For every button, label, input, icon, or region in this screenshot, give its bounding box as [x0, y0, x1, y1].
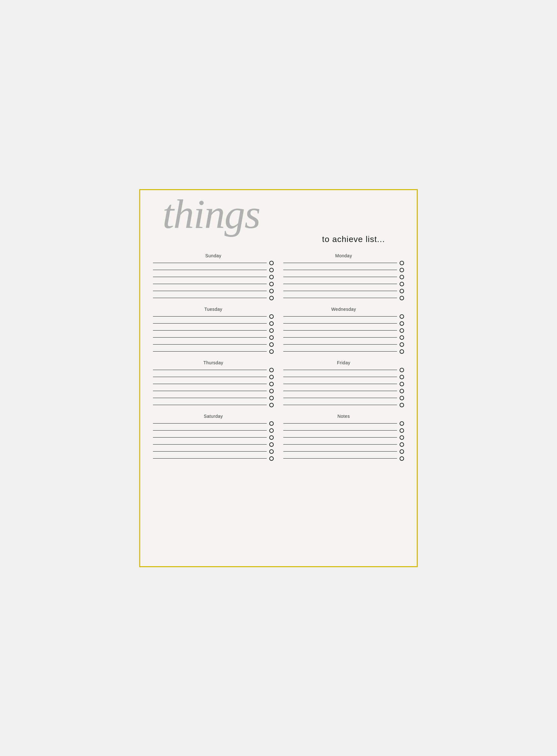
- task-circle[interactable]: [400, 275, 404, 279]
- task-circle[interactable]: [269, 396, 274, 400]
- task-circle[interactable]: [269, 328, 274, 333]
- task-circle[interactable]: [269, 289, 274, 293]
- task-circle[interactable]: [400, 282, 404, 286]
- task-row[interactable]: [153, 442, 274, 447]
- task-circle[interactable]: [269, 428, 274, 433]
- task-row[interactable]: [153, 282, 274, 286]
- task-row[interactable]: [153, 368, 274, 372]
- task-circle[interactable]: [269, 342, 274, 347]
- task-row[interactable]: [153, 335, 274, 340]
- task-row[interactable]: [283, 261, 404, 265]
- task-row[interactable]: [283, 335, 404, 340]
- task-row[interactable]: [283, 296, 404, 300]
- day-label-friday: Friday: [283, 360, 404, 365]
- task-row[interactable]: [153, 268, 274, 272]
- task-circle[interactable]: [269, 275, 274, 279]
- task-circle[interactable]: [400, 342, 404, 347]
- task-circle[interactable]: [269, 296, 274, 300]
- task-row[interactable]: [153, 321, 274, 326]
- task-circle[interactable]: [400, 428, 404, 433]
- task-circle[interactable]: [269, 321, 274, 326]
- task-circle[interactable]: [400, 449, 404, 454]
- task-row[interactable]: [283, 403, 404, 407]
- task-row[interactable]: [153, 349, 274, 354]
- task-row[interactable]: [153, 456, 274, 461]
- task-row[interactable]: [153, 328, 274, 333]
- task-circle[interactable]: [400, 403, 404, 407]
- task-circle[interactable]: [400, 375, 404, 379]
- task-circle[interactable]: [269, 382, 274, 386]
- task-row[interactable]: [283, 268, 404, 272]
- task-row[interactable]: [153, 296, 274, 300]
- task-row[interactable]: [153, 314, 274, 319]
- task-row[interactable]: [153, 289, 274, 293]
- task-circle[interactable]: [400, 456, 404, 461]
- task-circle[interactable]: [400, 442, 404, 447]
- task-row[interactable]: [283, 289, 404, 293]
- task-row[interactable]: [283, 442, 404, 447]
- task-row[interactable]: [283, 275, 404, 279]
- task-row[interactable]: [283, 456, 404, 461]
- task-circle[interactable]: [269, 261, 274, 265]
- task-circle[interactable]: [400, 268, 404, 272]
- task-row[interactable]: [283, 368, 404, 372]
- day-section-tuesday: Tuesday: [153, 307, 274, 356]
- task-row[interactable]: [153, 375, 274, 379]
- task-circle[interactable]: [269, 435, 274, 440]
- task-line: [153, 391, 267, 391]
- task-circle[interactable]: [269, 403, 274, 407]
- task-circle[interactable]: [269, 368, 274, 372]
- task-circle[interactable]: [269, 449, 274, 454]
- task-line: [153, 458, 267, 459]
- task-row[interactable]: [283, 382, 404, 386]
- task-row[interactable]: [283, 328, 404, 333]
- task-circle[interactable]: [400, 368, 404, 372]
- task-row[interactable]: [153, 428, 274, 433]
- task-row[interactable]: [283, 375, 404, 379]
- task-circle[interactable]: [269, 349, 274, 354]
- task-circle[interactable]: [400, 321, 404, 326]
- task-row[interactable]: [283, 389, 404, 393]
- task-circle[interactable]: [400, 389, 404, 393]
- task-row[interactable]: [283, 282, 404, 286]
- task-circle[interactable]: [269, 375, 274, 379]
- task-circle[interactable]: [269, 282, 274, 286]
- task-circle[interactable]: [400, 396, 404, 400]
- task-circle[interactable]: [400, 328, 404, 333]
- task-circle[interactable]: [400, 435, 404, 440]
- task-row[interactable]: [153, 389, 274, 393]
- task-circle[interactable]: [269, 421, 274, 426]
- task-circle[interactable]: [400, 296, 404, 300]
- task-row[interactable]: [283, 421, 404, 426]
- task-row[interactable]: [153, 421, 274, 426]
- task-circle[interactable]: [269, 389, 274, 393]
- task-circle[interactable]: [400, 349, 404, 354]
- task-row[interactable]: [283, 396, 404, 400]
- task-row[interactable]: [283, 321, 404, 326]
- task-circle[interactable]: [269, 442, 274, 447]
- task-circle[interactable]: [400, 261, 404, 265]
- task-row[interactable]: [153, 435, 274, 440]
- task-row[interactable]: [283, 314, 404, 319]
- task-circle[interactable]: [400, 289, 404, 293]
- task-circle[interactable]: [269, 268, 274, 272]
- task-row[interactable]: [153, 396, 274, 400]
- task-row[interactable]: [153, 342, 274, 347]
- task-row[interactable]: [153, 275, 274, 279]
- task-circle[interactable]: [400, 382, 404, 386]
- task-row[interactable]: [153, 382, 274, 386]
- task-row[interactable]: [153, 403, 274, 407]
- task-row[interactable]: [283, 428, 404, 433]
- task-row[interactable]: [283, 449, 404, 454]
- task-row[interactable]: [153, 449, 274, 454]
- task-circle[interactable]: [269, 456, 274, 461]
- task-circle[interactable]: [400, 335, 404, 340]
- task-row[interactable]: [283, 342, 404, 347]
- task-row[interactable]: [153, 261, 274, 265]
- task-circle[interactable]: [269, 335, 274, 340]
- task-circle[interactable]: [400, 314, 404, 319]
- task-circle[interactable]: [400, 421, 404, 426]
- task-circle[interactable]: [269, 314, 274, 319]
- task-row[interactable]: [283, 349, 404, 354]
- task-row[interactable]: [283, 435, 404, 440]
